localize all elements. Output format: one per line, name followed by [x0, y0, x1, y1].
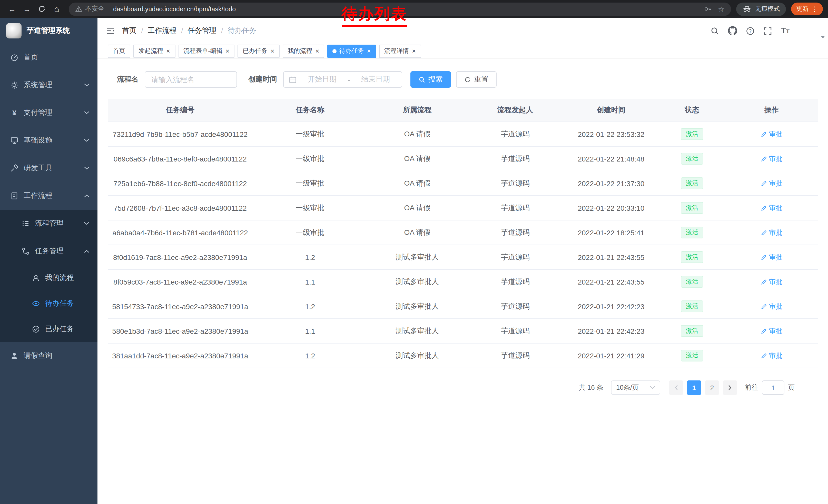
- sidebar-item-process-management[interactable]: 流程管理: [0, 210, 97, 237]
- check-circle-icon: [32, 325, 40, 333]
- breadcrumb-home[interactable]: 首页: [122, 26, 136, 35]
- clipboard-icon: [10, 192, 18, 200]
- sidebar-item-my-processes[interactable]: 我的流程: [0, 265, 97, 291]
- yen-icon: ¥: [10, 109, 18, 117]
- table-row: 8f0d1619-7ac8-11ec-a9e2-a2380e71991a 1.2…: [108, 245, 818, 270]
- process-name-label: 流程名: [117, 75, 138, 84]
- list-icon: [22, 220, 30, 228]
- approve-button[interactable]: 审批: [761, 326, 782, 335]
- security-label: 不安全: [85, 5, 105, 13]
- breadcrumb-workflow[interactable]: 工作流程: [148, 26, 176, 35]
- end-date-placeholder[interactable]: 结束日期: [355, 75, 397, 84]
- approve-button[interactable]: 审批: [761, 154, 782, 163]
- goto-page-input[interactable]: [762, 380, 784, 395]
- cell-task-id: 8f0d1619-7ac8-11ec-a9e2-a2380e71991a: [108, 245, 253, 269]
- browser-menu-icon[interactable]: ⋮: [811, 5, 818, 13]
- cell-task-id: 8f059c03-7ac8-11ec-a9e2-a2380e71991a: [108, 270, 253, 294]
- status-badge: 激活: [681, 177, 703, 189]
- close-icon[interactable]: ×: [166, 48, 170, 54]
- browser-home-button[interactable]: ⌂: [50, 2, 64, 16]
- approve-button[interactable]: 审批: [761, 130, 782, 139]
- breadcrumb-current: 待办任务: [227, 26, 256, 35]
- col-task-id: 任务编号: [108, 99, 253, 122]
- approve-button[interactable]: 审批: [761, 179, 782, 188]
- tab-todo-tasks[interactable]: 待办任务 ×: [328, 44, 376, 58]
- annotation-overlay: 待办列表: [342, 4, 407, 27]
- tab-done-tasks[interactable]: 已办任务 ×: [238, 44, 279, 58]
- tab-process-detail[interactable]: 流程详情 ×: [379, 44, 421, 58]
- approve-button[interactable]: 审批: [761, 277, 782, 286]
- update-label: 更新: [796, 5, 809, 13]
- edit-icon: [761, 180, 767, 186]
- start-date-placeholder[interactable]: 开始日期: [301, 75, 343, 84]
- github-icon[interactable]: [728, 26, 738, 35]
- sidebar-item-system[interactable]: 系统管理: [0, 71, 97, 99]
- tab-process-form-edit[interactable]: 流程表单-编辑 ×: [178, 44, 235, 58]
- search-icon[interactable]: [711, 27, 719, 35]
- key-icon[interactable]: [704, 5, 712, 13]
- status-badge: 激活: [681, 227, 703, 238]
- calendar-icon: [289, 76, 296, 83]
- close-icon[interactable]: ×: [316, 48, 319, 54]
- tab-my-processes[interactable]: 我的流程 ×: [283, 44, 325, 58]
- app-header: 首页 / 工作流程 / 任务管理 / 待办任务 ? TT: [97, 18, 828, 44]
- table-row: 8f059c03-7ac8-11ec-a9e2-a2380e71991a 1.1…: [108, 270, 818, 294]
- bookmark-star-icon[interactable]: ☆: [718, 5, 724, 13]
- filter-bar: 流程名 创建时间 开始日期 - 结束日期 搜索 重: [117, 71, 818, 88]
- help-icon[interactable]: ?: [746, 27, 755, 35]
- status-badge: 激活: [681, 251, 703, 263]
- sidebar-item-todo-tasks[interactable]: 待办任务: [0, 291, 97, 316]
- tab-home[interactable]: 首页: [108, 44, 130, 58]
- cell-task-id: 73211d9d-7b9b-11ec-b5b7-acde48001122: [108, 122, 253, 146]
- font-size-icon[interactable]: TT: [781, 26, 790, 35]
- sidebar-item-workflow[interactable]: 工作流程: [0, 182, 97, 210]
- gear-icon: [10, 81, 18, 89]
- page-size-select[interactable]: 10条/页: [611, 380, 660, 395]
- browser-forward-button[interactable]: →: [20, 2, 34, 16]
- table-row: 75d72608-7b7f-11ec-a3c8-acde48001122 一级审…: [108, 196, 818, 221]
- sidebar-item-task-management[interactable]: 任务管理: [0, 237, 97, 265]
- sidebar-item-leave-query[interactable]: 请假查询: [0, 342, 97, 370]
- sidebar-item-done-tasks[interactable]: 已办任务: [0, 316, 97, 342]
- prev-page-button[interactable]: [669, 380, 683, 395]
- user-menu[interactable]: [798, 23, 819, 38]
- process-name-input[interactable]: [145, 71, 237, 88]
- approve-button[interactable]: 审批: [761, 203, 782, 213]
- security-chip[interactable]: 不安全: [75, 5, 105, 13]
- table-row: 381aa1dd-7ac8-11ec-a9e2-a2380e71991a 1.2…: [108, 343, 818, 368]
- sidebar-item-home[interactable]: 首页: [0, 44, 97, 71]
- reset-button[interactable]: 重置: [456, 71, 497, 88]
- incognito-label: 无痕模式: [755, 5, 780, 13]
- sidebar-item-infrastructure[interactable]: 基础设施: [0, 127, 97, 154]
- chevron-down-icon: [650, 386, 655, 389]
- browser-back-button[interactable]: ←: [5, 2, 19, 16]
- close-icon[interactable]: ×: [367, 48, 371, 54]
- edit-icon: [761, 155, 767, 162]
- close-icon[interactable]: ×: [271, 48, 274, 54]
- close-icon[interactable]: ×: [412, 48, 416, 54]
- sidebar-item-dev-tools[interactable]: 研发工具: [0, 154, 97, 182]
- incognito-badge: 无痕模式: [736, 2, 786, 16]
- breadcrumb-task-management[interactable]: 任务管理: [188, 26, 216, 35]
- search-button[interactable]: 搜索: [410, 71, 451, 88]
- page-button-2[interactable]: 2: [705, 380, 719, 395]
- approve-button[interactable]: 审批: [761, 351, 782, 360]
- date-range-picker[interactable]: 开始日期 - 结束日期: [283, 71, 402, 88]
- next-page-button[interactable]: [723, 380, 737, 395]
- browser-update-button[interactable]: 更新 ⋮: [791, 3, 823, 15]
- table-row: 725a1eb6-7b88-11ec-8ef0-acde48001122 一级审…: [108, 171, 818, 196]
- approve-button[interactable]: 审批: [761, 302, 782, 311]
- tab-start-process[interactable]: 发起流程 ×: [133, 44, 175, 58]
- person-icon: [32, 274, 40, 282]
- edit-icon: [761, 279, 767, 285]
- browser-refresh-button[interactable]: [35, 2, 49, 16]
- page-button-1[interactable]: 1: [687, 380, 701, 395]
- close-icon[interactable]: ×: [225, 48, 229, 54]
- table-row: 580e1b3d-7ac8-11ec-a9e2-a2380e71991a 1.1…: [108, 319, 818, 343]
- range-separator: -: [347, 75, 350, 84]
- sidebar-item-payment[interactable]: ¥ 支付管理: [0, 99, 97, 127]
- approve-button[interactable]: 审批: [761, 228, 782, 237]
- fullscreen-icon[interactable]: [763, 27, 772, 35]
- approve-button[interactable]: 审批: [761, 253, 782, 262]
- sidebar-collapse-icon[interactable]: [106, 26, 115, 35]
